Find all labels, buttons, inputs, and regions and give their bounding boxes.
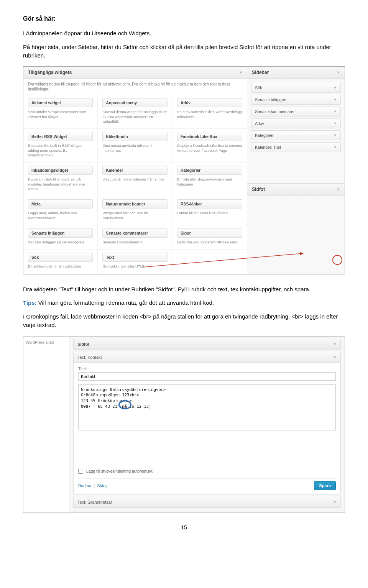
doc-p5: I Grönköpings fall, lade webbmoster in k… xyxy=(23,312,345,329)
sidfot-panel-header[interactable]: Sidfot ▼ xyxy=(247,183,345,195)
sidebar-widget-item[interactable]: Kalender: Titel▼ xyxy=(251,142,341,152)
tips-text: Vill man göra formattering i denna ruta,… xyxy=(37,299,214,306)
widget-handle[interactable]: Arkiv xyxy=(177,98,242,107)
widget-description: Dina mesta använda etiketter i molnforma… xyxy=(102,143,167,153)
widget-description: Ett sökformulär för din webbplats xyxy=(28,264,93,269)
sidebar-panel-title: Sidebar xyxy=(252,70,269,75)
widget-description: Widget med bild och länk till Naturkonta… xyxy=(102,211,167,220)
text-widget-screenshot: WordPress-sidor Sidfot ▼ Text: Kontakt ▼… xyxy=(23,336,345,513)
chevron-down-icon: ▼ xyxy=(333,355,337,359)
widget-handle[interactable]: Akismet widget xyxy=(28,98,93,107)
doc-heading: Gör så här: xyxy=(23,15,345,22)
auto-paragraph-label: Lägg till styckesindelning automatiskt. xyxy=(86,469,154,473)
widget-handle[interactable]: Meta xyxy=(28,199,93,209)
widget-description: En lista eller dropdown-meny med kategor… xyxy=(177,177,242,187)
chevron-down-icon: ▼ xyxy=(334,133,337,137)
widget-handle[interactable]: Kategorier xyxy=(177,166,242,175)
widgets-instructions: Dra widgets nedan till en panel till hög… xyxy=(23,79,247,95)
sidebar-widget-item[interactable]: Senaste inläggen▼ xyxy=(251,95,341,105)
doc-p3: Dra widgeten "Text" till höger och in un… xyxy=(23,285,345,294)
widget-description: Senaste inläggen på din webbplats xyxy=(28,240,93,245)
text-kontakt-header[interactable]: Text: Kontakt ▼ xyxy=(74,352,340,363)
widget-description: Replaces the built in RSS Widget adding … xyxy=(28,143,93,158)
doc-p1: I Adminpanelen öppnar du Utseende och Wi… xyxy=(23,29,345,38)
tips-label: Tips: xyxy=(23,299,37,306)
auto-paragraph-checkbox[interactable] xyxy=(78,469,83,474)
chevron-down-icon: ▼ xyxy=(239,71,242,74)
sidfot-label: Sidfot xyxy=(77,342,89,347)
sidebar-widget-item[interactable]: Arkiv▼ xyxy=(251,118,341,128)
widget-description: Logga in/ut, admin, flöden och WordPress… xyxy=(28,211,93,220)
chevron-down-icon: ▼ xyxy=(334,110,337,113)
available-widgets-header[interactable]: Tillgängliga widgets ▼ xyxy=(23,67,247,79)
widget-description: Använd denna widget för att lägga till e… xyxy=(102,110,167,124)
chevron-down-icon: ▼ xyxy=(334,122,337,125)
chevron-down-icon: ▼ xyxy=(334,145,337,149)
widget-handle[interactable]: Sidor xyxy=(177,228,242,238)
close-link[interactable]: Stäng xyxy=(97,483,107,488)
grannkretsar-label: Text: Grannkretsar xyxy=(77,500,112,504)
sidebar-widget-item[interactable]: Sök▼ xyxy=(251,83,341,93)
left-column-fragment: WordPress-sidor xyxy=(23,337,69,513)
annotation-circle-blue xyxy=(118,400,131,409)
widget-description: Visa upp din krets kalender från snf.se xyxy=(102,177,167,182)
widget-handle[interactable]: RSS-länkar xyxy=(177,199,242,209)
widget-description: Kopiera in länk till embed, ex. på youtu… xyxy=(28,177,93,191)
title-field-label: Titel: xyxy=(78,366,336,371)
widgets-screenshot: Tillgängliga widgets ▼ Dra widgets nedan… xyxy=(23,66,345,274)
title-input[interactable] xyxy=(78,372,336,381)
widget-description: Visa antalet skräpkommentarer som Akisme… xyxy=(28,110,93,119)
sidfot-header[interactable]: Sidfot ▼ xyxy=(73,339,341,350)
widget-description: Listar din webbplats WordPress-sidor xyxy=(177,240,242,245)
doc-p2: På höger sida, under Sidebar, hittar du … xyxy=(23,43,345,60)
sidebar-widget-item[interactable]: Kategorier▼ xyxy=(251,130,341,140)
widget-handle[interactable]: Anpassad meny xyxy=(102,98,167,107)
chevron-down-icon: ▼ xyxy=(334,98,337,102)
chevron-down-icon: ▼ xyxy=(333,500,337,504)
widget-handle[interactable]: Sök xyxy=(28,253,93,262)
widget-handle[interactable]: Naturkontakt banner xyxy=(102,199,167,209)
widget-handle[interactable]: Senaste inläggen xyxy=(28,228,93,238)
sidebar-panel-header[interactable]: Sidebar ▼ xyxy=(247,67,345,79)
widget-description: Senaste kommentarerna xyxy=(102,240,167,245)
chevron-down-icon: ▼ xyxy=(337,187,340,191)
sidebar-widget-item[interactable]: Senaste kommentarer▼ xyxy=(251,107,341,117)
available-widgets-title: Tillgängliga widgets xyxy=(28,70,72,75)
widget-handle[interactable]: Kalender xyxy=(102,166,167,175)
widget-handle[interactable]: Etikettmoln xyxy=(102,132,167,141)
widget-handle[interactable]: Inbäddningswidget xyxy=(28,166,93,175)
text-grannkretsar-widget[interactable]: Text: Grannkretsar ▼ xyxy=(73,497,341,508)
widget-handle[interactable]: Text xyxy=(102,253,167,262)
delete-link[interactable]: Radera xyxy=(78,483,91,488)
divider: | xyxy=(94,483,95,488)
widget-handle[interactable]: Senaste kommentarer xyxy=(102,228,167,238)
doc-p4: Tips: Vill man göra formattering i denna… xyxy=(23,299,345,307)
page-number: 15 xyxy=(23,524,345,531)
widget-handle[interactable]: Better RSS Widget xyxy=(28,132,93,141)
chevron-down-icon: ▼ xyxy=(333,342,337,346)
content-textarea[interactable] xyxy=(78,384,336,430)
widget-description: Ett arkiv som visar dina webbplatsinlägg… xyxy=(177,110,242,119)
text-kontakt-widget: Text: Kontakt ▼ Titel: Lägg till styckes… xyxy=(73,352,341,495)
widget-description: Godtycklig text eller HTML xyxy=(102,264,167,269)
chevron-down-icon: ▼ xyxy=(334,86,337,90)
annotation-circle xyxy=(332,255,342,265)
widget-description: Display a Facebook Like Box to connect v… xyxy=(177,143,242,153)
widget-handle[interactable]: Facebook Like Box xyxy=(177,132,242,141)
save-button[interactable]: Spara xyxy=(314,481,336,490)
widget-description: Länkar till din sidas RSS-flöden xyxy=(177,211,242,215)
text-kontakt-label: Text: Kontakt xyxy=(77,355,102,360)
sidfot-panel-title: Sidfot xyxy=(252,187,265,192)
chevron-down-icon: ▼ xyxy=(337,71,340,74)
